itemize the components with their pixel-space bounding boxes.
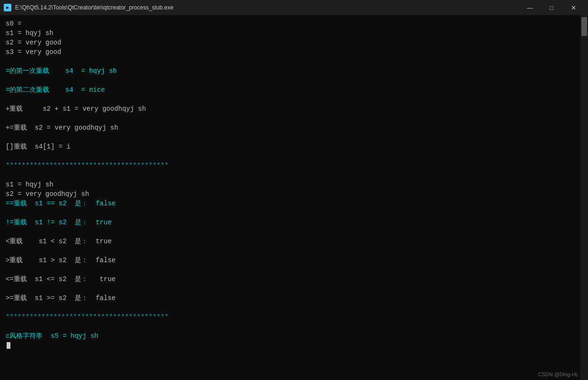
console-line: ****************************************… xyxy=(6,312,575,322)
console-area: s0 =s1 = hqyj shs2 = very goods3 = very … xyxy=(0,15,588,380)
console-line xyxy=(6,114,575,123)
title-bar: ▶ E:\Qt\Qt5.14.2\Tools\QtCreator\bin\qtc… xyxy=(0,0,588,15)
console-content: s0 =s1 = hqyj shs2 = very goods3 = very … xyxy=(0,15,580,380)
console-line xyxy=(6,170,575,180)
console-line: <=重载 s1 <= s2 是： true xyxy=(6,274,575,284)
console-line xyxy=(6,303,575,312)
console-line: <重载 s1 < s2 是： true xyxy=(6,237,575,246)
console-line: >重载 s1 > s2 是： false xyxy=(6,256,575,265)
console-line: +重载 s2 + s1 = very goodhqyj sh xyxy=(6,104,575,114)
watermark: CSDN @Ding-HL xyxy=(538,371,579,377)
cursor xyxy=(7,342,10,349)
console-line: s2 = very good xyxy=(6,38,575,47)
console-line: ****************************************… xyxy=(6,161,575,170)
scrollbar-thumb[interactable] xyxy=(581,17,587,36)
console-line: !=重载 s1 != s2 是： true xyxy=(6,218,575,227)
console-line: >=重载 s1 >= s2 是： false xyxy=(6,293,575,303)
console-line: ==重载 s1 == s2 是： false xyxy=(6,199,575,208)
console-line xyxy=(6,284,575,293)
console-line: s3 = very good xyxy=(6,47,575,57)
console-line xyxy=(6,227,575,237)
app-icon: ▶ xyxy=(4,4,11,11)
console-line: c风格字符串 s5 = hqyj sh xyxy=(6,331,575,341)
minimize-button[interactable]: — xyxy=(519,0,541,15)
console-line xyxy=(6,322,575,331)
console-line xyxy=(6,246,575,256)
console-line xyxy=(6,76,575,85)
console-line: +=重载 s2 = very goodhqyj sh xyxy=(6,123,575,133)
scrollbar[interactable] xyxy=(580,15,588,380)
console-line: s2 = very goodhqyj sh xyxy=(6,189,575,199)
cursor-line xyxy=(6,341,575,350)
console-line xyxy=(6,133,575,142)
console-line xyxy=(6,57,575,66)
console-line: []重载 s4[1] = i xyxy=(6,142,575,151)
console-line: s1 = hqyj sh xyxy=(6,180,575,189)
console-line: s0 = xyxy=(6,19,575,28)
console-line xyxy=(6,95,575,104)
maximize-button[interactable]: □ xyxy=(541,0,562,15)
console-line xyxy=(6,265,575,274)
window-controls: — □ ✕ xyxy=(519,0,584,15)
console-line: s1 = hqyj sh xyxy=(6,28,575,38)
console-line: =的第一次重载 s4 = hqyj sh xyxy=(6,66,575,76)
close-button[interactable]: ✕ xyxy=(562,0,584,15)
window-title: E:\Qt\Qt5.14.2\Tools\QtCreator\bin\qtcre… xyxy=(15,4,519,11)
console-line xyxy=(6,151,575,161)
console-line xyxy=(6,208,575,218)
console-line: =的第二次重载 s4 = nice xyxy=(6,85,575,95)
